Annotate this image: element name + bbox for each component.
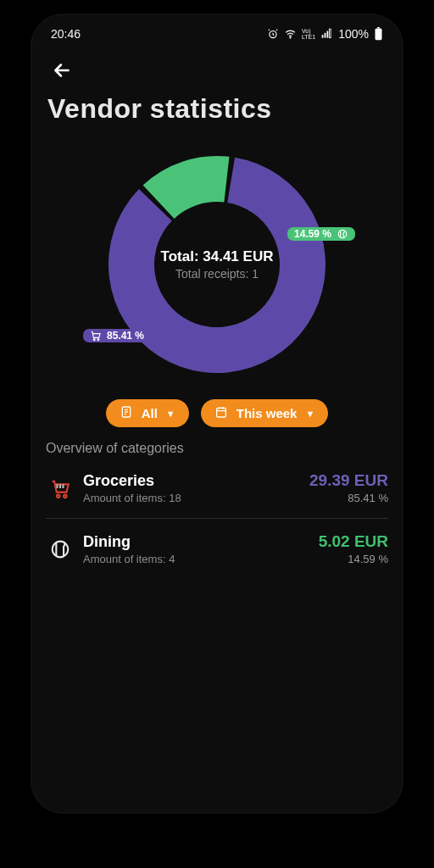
signal-icon: [320, 28, 333, 40]
cart-icon: [90, 330, 102, 342]
category-meta: Amount of items: 4: [83, 553, 319, 565]
status-right: Vo)LTE1 100%: [267, 27, 383, 41]
category-amount: 5.02 EUR: [319, 532, 388, 551]
svg-rect-4: [327, 31, 329, 38]
category-amount: 29.39 EUR: [309, 471, 388, 490]
phone-frame: 20:46 Vo)LTE1 100% Vendor statistics: [32, 15, 402, 812]
header: Vendor statistics: [32, 41, 402, 136]
filter-category-label: All: [142, 406, 158, 420]
status-time: 20:46: [51, 27, 81, 41]
svg-rect-6: [376, 29, 382, 41]
category-name: Groceries: [83, 472, 309, 490]
chevron-down-icon: ▼: [305, 409, 314, 419]
chevron-down-icon: ▼: [166, 409, 175, 419]
category-name: Dining: [83, 533, 319, 551]
svg-rect-7: [377, 27, 380, 29]
cart-icon: [46, 474, 75, 503]
svg-point-15: [53, 541, 69, 557]
overview-section-title: Overview of categories: [32, 439, 402, 463]
filter-period-label: This week: [236, 406, 298, 420]
donut-chart: Total: 34.41 EUR Total receipts: 1: [32, 142, 402, 387]
svg-rect-2: [322, 35, 324, 38]
slice-badge-dining: 14.59 %: [287, 227, 355, 241]
filter-bar: All ▼ This week ▼: [32, 387, 402, 439]
lte-indicator: Vo)LTE1: [302, 28, 315, 40]
filter-period-button[interactable]: This week ▼: [201, 399, 329, 427]
svg-point-14: [64, 494, 67, 498]
slice-badge-groceries-pct: 85.41 %: [107, 330, 144, 342]
battery-pct: 100%: [338, 27, 369, 41]
category-pct: 85.41 %: [309, 492, 388, 504]
calendar-icon: [214, 405, 228, 421]
dining-icon: [337, 228, 348, 240]
slice-badge-groceries: 85.41 %: [83, 329, 151, 342]
svg-rect-3: [325, 33, 326, 38]
page-title: Vendor statistics: [47, 85, 387, 131]
svg-rect-12: [216, 408, 225, 417]
category-row-groceries[interactable]: Groceries Amount of items: 18 29.39 EUR …: [32, 463, 402, 513]
svg-point-1: [290, 37, 291, 38]
svg-rect-5: [330, 29, 331, 38]
back-button[interactable]: [47, 56, 76, 85]
alarm-icon: [267, 28, 279, 40]
dining-icon: [46, 535, 75, 564]
category-row-dining[interactable]: Dining Amount of items: 4 5.02 EUR 14.59…: [32, 524, 402, 574]
divider: [46, 518, 388, 519]
battery-icon: [374, 27, 383, 41]
svg-point-13: [57, 494, 60, 498]
filter-category-button[interactable]: All ▼: [106, 399, 189, 427]
arrow-left-icon: [51, 59, 73, 81]
svg-point-8: [93, 339, 95, 341]
status-bar: 20:46 Vo)LTE1 100%: [32, 15, 402, 41]
receipt-icon: [120, 405, 133, 421]
wifi-icon: [284, 28, 297, 40]
category-meta: Amount of items: 18: [83, 492, 309, 504]
slice-badge-dining-pct: 14.59 %: [294, 228, 331, 240]
svg-point-9: [97, 339, 99, 341]
svg-point-10: [338, 230, 346, 237]
category-pct: 14.59 %: [319, 553, 388, 565]
